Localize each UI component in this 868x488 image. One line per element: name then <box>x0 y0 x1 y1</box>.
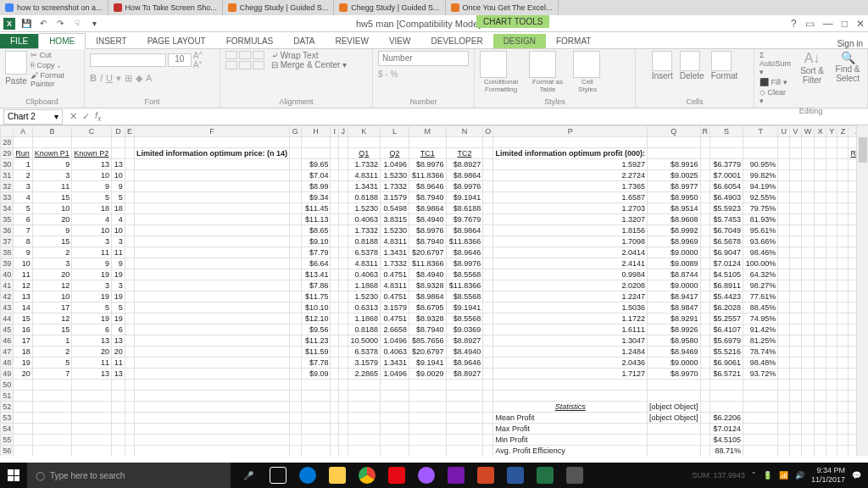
tab-insert[interactable]: INSERT <box>86 34 137 48</box>
task-view-icon[interactable] <box>264 463 292 488</box>
ribbon-display-icon[interactable]: ▭ <box>805 18 815 30</box>
enter-formula-icon[interactable]: ✓ <box>82 111 90 122</box>
status-text: SUM: 137.9943 <box>692 471 745 480</box>
save-icon[interactable]: 💾 <box>20 18 32 30</box>
explorer-icon[interactable] <box>323 463 352 488</box>
ribbon-tabs: FILE HOME INSERT PAGE LAYOUT FORMULAS DA… <box>0 32 868 49</box>
format-cells-icon[interactable] <box>711 51 732 71</box>
format-painter-button[interactable]: 🖌 Format Painter <box>31 71 79 88</box>
font-selector[interactable] <box>90 53 166 67</box>
chrome-icon[interactable] <box>353 463 381 488</box>
titlebar: X 💾 ↶ ↷ ☟ ▾ hw5 man [Compatibility Mode]… <box>0 15 868 32</box>
conditional-formatting-icon[interactable] <box>480 51 507 78</box>
formula-input[interactable] <box>107 110 700 124</box>
tab-data[interactable]: DATA <box>283 34 325 48</box>
formula-bar-row: Chart 2▾ ✕ ✓ fx <box>0 108 868 125</box>
browser-tab[interactable]: How To Take Screen Sho... <box>108 0 223 15</box>
notification-icon[interactable]: 💬 <box>852 471 861 480</box>
spreadsheet-grid[interactable]: ABCDEFGHIJKLMNOPQRSTUVWXYZA2829RunKnown … <box>0 125 868 456</box>
browser-tab[interactable]: how to screenshot on a... <box>0 0 108 15</box>
snipping-icon[interactable] <box>560 463 589 488</box>
format-as-table-icon[interactable] <box>529 51 556 78</box>
browser-tab[interactable]: Once You Get The Excel... <box>446 0 559 15</box>
sign-in-link[interactable]: Sign in <box>837 39 868 48</box>
tab-home[interactable]: HOME <box>38 33 86 49</box>
clock[interactable]: 9:34 PM11/1/2017 <box>811 466 845 485</box>
autosum-button[interactable]: Σ AutoSum ▾ <box>760 51 791 76</box>
dropdown-icon[interactable]: ▾ <box>88 18 100 30</box>
browser-tab[interactable]: Chegg Study | Guided S... <box>223 0 334 15</box>
cell-styles-icon[interactable] <box>573 51 600 78</box>
edge-icon[interactable] <box>293 463 322 488</box>
merge-center-button[interactable]: ⊟ Merge & Center ▾ <box>271 60 347 69</box>
undo-icon[interactable]: ↶ <box>37 18 49 30</box>
help-icon[interactable]: ? <box>791 18 797 30</box>
fx-icon[interactable]: fx <box>95 110 102 123</box>
wifi-icon[interactable]: 📶 <box>779 471 788 480</box>
insert-cells-icon[interactable] <box>652 51 672 71</box>
tab-developer[interactable]: DEVELOPER <box>420 34 492 48</box>
touch-icon[interactable]: ☟ <box>71 18 83 30</box>
excel-icon: X <box>3 18 15 30</box>
redo-icon[interactable]: ↷ <box>54 18 66 30</box>
delete-cells-icon[interactable] <box>680 51 700 71</box>
start-button[interactable] <box>0 463 27 488</box>
word-icon[interactable] <box>501 463 530 488</box>
onenote-icon[interactable] <box>442 463 470 488</box>
netflix-icon[interactable] <box>382 463 411 488</box>
tab-page-layout[interactable]: PAGE LAYOUT <box>137 34 216 48</box>
tab-view[interactable]: VIEW <box>379 34 421 48</box>
vertical-scrollbar[interactable] <box>856 125 868 456</box>
quick-access-toolbar: X 💾 ↶ ↷ ☟ ▾ <box>0 18 103 30</box>
minimize-icon[interactable]: — <box>823 18 833 30</box>
battery-icon[interactable]: 🔋 <box>763 471 772 480</box>
itunes-icon[interactable] <box>412 463 441 488</box>
tab-formulas[interactable]: FORMULAS <box>216 34 284 48</box>
volume-icon[interactable]: 🔊 <box>795 471 804 480</box>
wrap-text-button[interactable]: ⤶ Wrap Text <box>271 51 347 60</box>
close-icon[interactable]: ✕ <box>856 18 865 30</box>
cut-button[interactable]: ✂ Cut <box>31 51 79 59</box>
copy-button[interactable]: ⎘ Copy ▾ <box>31 61 79 69</box>
maximize-icon[interactable]: □ <box>842 18 848 30</box>
search-box[interactable]: ◯Type here to search <box>27 463 231 488</box>
cortana-icon: ◯ <box>36 471 45 480</box>
windows-taskbar: ◯Type here to search 🎤 SUM: 137.9943 ˄ 🔋… <box>0 463 868 488</box>
browser-tab[interactable]: Chegg Study | Guided S... <box>334 0 445 15</box>
clear-button[interactable]: ◇ Clear ▾ <box>760 88 791 105</box>
tab-format[interactable]: FORMAT <box>546 34 601 48</box>
paste-icon <box>5 51 27 75</box>
chart-tools-tab: CHART TOOLS <box>476 15 549 28</box>
powerpoint-icon[interactable] <box>471 463 500 488</box>
font-size-selector[interactable]: 10 <box>168 53 192 67</box>
tab-file[interactable]: FILE <box>0 34 38 48</box>
browser-tabs: how to screenshot on a...How To Take Scr… <box>0 0 868 15</box>
cancel-formula-icon[interactable]: ✕ <box>70 111 77 122</box>
fill-button[interactable]: ⬛ Fill ▾ <box>760 78 791 86</box>
number-format-selector[interactable]: Number <box>378 51 469 66</box>
tab-review[interactable]: REVIEW <box>325 34 378 48</box>
ribbon: Paste ✂ Cut ⎘ Copy ▾ 🖌 Format Painter Cl… <box>0 49 868 108</box>
mic-icon[interactable]: 🎤 <box>234 463 263 488</box>
paste-button[interactable]: Paste <box>5 51 27 88</box>
tab-design[interactable]: DESIGN <box>493 34 546 48</box>
tray-up-icon[interactable]: ˄ <box>752 471 756 480</box>
excel-icon[interactable] <box>531 463 559 488</box>
name-box[interactable]: Chart 2▾ <box>3 109 63 125</box>
